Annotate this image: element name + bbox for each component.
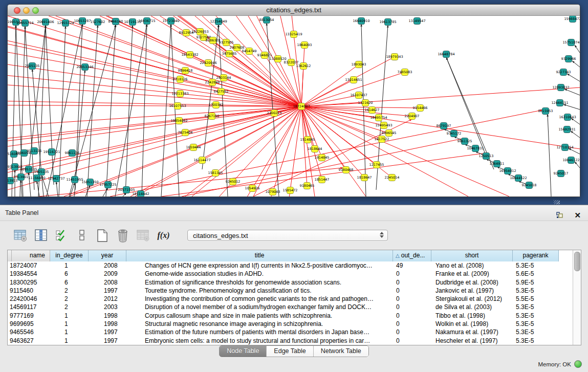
new-column-icon[interactable] (95, 229, 109, 243)
table-cell: Jankovic et al. (1997) (431, 287, 513, 295)
graph-edge (301, 66, 303, 106)
table-cell: Wolkin et al. (1998) (431, 320, 513, 328)
delete-column-icon[interactable] (116, 229, 129, 243)
table-row[interactable]: 977716911998Corpus callosum shape and si… (8, 312, 573, 320)
table-cell: Corpus callosum shape and size in male p… (126, 312, 393, 320)
network-view-window[interactable]: citations_edges.txt 19055724240557242069… (7, 4, 580, 197)
table-cell: 19384554 (8, 270, 50, 278)
deselect-all-icon[interactable] (75, 229, 89, 243)
graph-node-label: 18114442 (132, 192, 149, 196)
table-cell: 5.3E-5 (513, 287, 559, 295)
column-header-label: out_de... (401, 252, 425, 259)
graph-node-label: 12710354 (556, 145, 573, 149)
table-mode-icon[interactable] (13, 229, 27, 243)
table-cell: Tibbo et al. (1998) (431, 312, 513, 320)
graph-node-label: 1321620 (358, 101, 373, 105)
table-row[interactable]: 946362711997Embryonic stem cells: a mode… (8, 337, 573, 345)
table-cell: 9699695 (8, 320, 50, 328)
table-row[interactable]: 911546021997Tourette syndrome. Phenomeno… (8, 287, 573, 295)
table-cell: 0 (393, 270, 431, 278)
column-header-in-degree[interactable]: in_degree (50, 250, 89, 261)
table-tabs: Node Table Edge Table Network Table (0, 345, 588, 357)
table-row[interactable]: 969969511998Structural magnetic resonanc… (8, 320, 573, 328)
table-cell: 2009 (89, 270, 126, 278)
window-titlebar[interactable]: citations_edges.txt (8, 5, 580, 16)
tab-edge-table[interactable]: Edge Table (267, 346, 313, 357)
column-header-title[interactable]: title (126, 250, 393, 261)
graph-node-label: 15751074 (562, 40, 579, 45)
column-header-year[interactable]: year (89, 250, 126, 261)
table-row[interactable]: 2242004622012Investigating the contribut… (8, 295, 573, 303)
column-header-pagerank[interactable]: pagerank (513, 250, 559, 261)
graph-node-label: 8466160 (108, 19, 123, 24)
function-builder-icon[interactable]: f(x) (157, 229, 170, 243)
graph-node-label: 1864093 (297, 43, 312, 47)
graph-node-label: 1893043 (352, 62, 366, 67)
close-panel-icon[interactable]: ✕ (574, 211, 581, 220)
graph-node-label: 16210643 (559, 115, 576, 119)
graph-node-label: 15723040 (162, 19, 179, 23)
table-row[interactable]: 1456911722003Disruption of a novel membe… (8, 303, 573, 311)
table-row[interactable]: 1938455462009Genome-wide association stu… (8, 270, 573, 278)
graph-node-label: 12444151 (551, 101, 568, 105)
table-cell: Structural magnetic resonance image aver… (126, 320, 393, 328)
table-cell: 2 (50, 295, 89, 303)
scrollbar-thumb[interactable] (574, 252, 580, 271)
graph-node-label: 9345172 (447, 132, 462, 136)
graph-edge (8, 64, 301, 106)
graph-node-label: 22420046 (200, 61, 216, 65)
table-selector-dropdown[interactable]: citations_edges.txt (187, 230, 388, 241)
graph-node-label: 12254049 (210, 19, 227, 24)
network-canvas[interactable]: 1905572424055724206914061295572410653287… (8, 16, 580, 196)
graph-node-label: 16648784 (438, 52, 454, 56)
tab-network-table[interactable]: Network Table (314, 346, 368, 357)
column-header-short[interactable]: short (431, 250, 513, 261)
delete-table-icon[interactable] (136, 229, 150, 243)
table-cell: 18724007 (8, 261, 50, 270)
graph-node-label: 2300213 (267, 111, 282, 115)
table-cell: 1998 (89, 320, 126, 328)
graph-node-label: 18724007 (293, 104, 310, 108)
graph-node-label: 8096545 (382, 131, 397, 135)
graph-edge (106, 25, 116, 196)
graph-node-label: 9180465 (300, 184, 315, 188)
column-header-label: name (30, 252, 45, 259)
graph-node-label: 8813054 (259, 18, 274, 22)
table-cell: 1 (50, 312, 89, 320)
graph-node-label: 1362612 (296, 64, 311, 68)
table-row[interactable]: 946554611997Estimation of the future num… (8, 328, 573, 336)
table-vertical-scrollbar[interactable] (573, 250, 581, 345)
graph-node-label: 19854082 (170, 119, 187, 123)
graph-node-label: 1818644 (308, 147, 322, 151)
float-panel-icon[interactable] (553, 208, 567, 222)
table-header: namein_degreeyeartitle△out_de...shortpag… (8, 250, 581, 262)
graph-node-label: 9154466 (413, 106, 428, 110)
graph-node-label: 1700342 (209, 103, 224, 107)
split-pane-grip[interactable] (554, 200, 560, 204)
table-cell: 9115460 (8, 287, 50, 295)
column-header-name[interactable]: name (12, 250, 50, 261)
graph-node-label: 10653287 (74, 19, 91, 23)
graph-node-label: 1364911 (490, 162, 505, 166)
tab-node-table[interactable]: Node Table (220, 346, 267, 357)
table-panel: Table Panel ✕ (0, 205, 588, 372)
table-cell: Estimation of significance thresholds fo… (126, 278, 393, 287)
graph-node-label: 1514845 (300, 138, 315, 142)
show-columns-icon[interactable] (34, 229, 48, 243)
graph-node-label: 7625404 (178, 130, 193, 135)
column-header-out-de-[interactable]: △out_de... (393, 250, 431, 261)
network-desktop: citations_edges.txt 19055724240557242069… (0, 0, 588, 205)
graph-node-label: 9861325 (458, 139, 472, 143)
table-row[interactable]: 1872400712008Changes of HCN gene express… (8, 261, 573, 270)
graph-node-label: 2204907 (405, 114, 420, 118)
table-panel-title: Table Panel (5, 209, 38, 216)
graph-edge (8, 85, 301, 106)
graph-node-label: 18226053 (191, 30, 208, 34)
graph-edge (247, 106, 301, 196)
graph-node-label: 3475685 (222, 52, 237, 56)
table-cell: 5.5E-5 (513, 295, 559, 303)
table-row[interactable]: 1830029562008Estimation of significance … (8, 278, 573, 287)
select-all-icon[interactable] (54, 229, 68, 243)
graph-node-label: 10046122 (562, 158, 579, 162)
table-toolbar: f(x) citations_edges.txt (0, 221, 588, 250)
